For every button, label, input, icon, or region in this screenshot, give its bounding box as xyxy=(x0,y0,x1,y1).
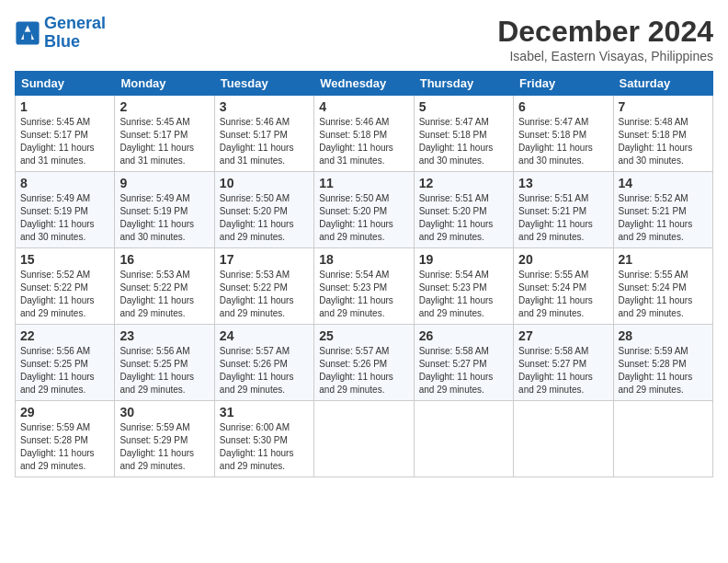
day-number: 7 xyxy=(619,99,708,114)
table-row: 10 Sunrise: 5:50 AMSunset: 5:20 PMDaylig… xyxy=(214,172,313,248)
day-info: Sunrise: 5:52 AMSunset: 5:22 PMDaylight:… xyxy=(20,270,95,318)
logo-icon xyxy=(15,20,40,46)
day-number: 4 xyxy=(319,99,408,114)
table-row: 15 Sunrise: 5:52 AMSunset: 5:22 PMDaylig… xyxy=(16,248,115,325)
day-number: 12 xyxy=(419,176,508,190)
day-number: 20 xyxy=(518,252,608,267)
day-number: 28 xyxy=(619,328,708,343)
day-info: Sunrise: 5:45 AMSunset: 5:17 PMDaylight:… xyxy=(20,117,95,166)
col-thursday: Thursday xyxy=(414,72,513,96)
day-info: Sunrise: 5:51 AMSunset: 5:21 PMDaylight:… xyxy=(518,193,593,242)
day-info: Sunrise: 5:48 AMSunset: 5:18 PMDaylight:… xyxy=(619,117,693,166)
table-row: 26 Sunrise: 5:58 AMSunset: 5:27 PMDaylig… xyxy=(414,325,513,401)
calendar-week-row: 15 Sunrise: 5:52 AMSunset: 5:22 PMDaylig… xyxy=(16,248,713,325)
day-number: 9 xyxy=(119,176,209,190)
day-info: Sunrise: 5:45 AMSunset: 5:17 PMDaylight:… xyxy=(119,117,194,166)
day-number: 18 xyxy=(319,252,408,267)
day-info: Sunrise: 5:55 AMSunset: 5:24 PMDaylight:… xyxy=(619,270,693,318)
day-info: Sunrise: 5:52 AMSunset: 5:21 PMDaylight:… xyxy=(619,193,693,242)
day-info: Sunrise: 6:00 AMSunset: 5:30 PMDaylight:… xyxy=(220,422,294,471)
calendar-week-row: 29 Sunrise: 5:59 AMSunset: 5:28 PMDaylig… xyxy=(16,401,713,477)
table-row: 23 Sunrise: 5:56 AMSunset: 5:25 PMDaylig… xyxy=(115,325,214,401)
day-number: 15 xyxy=(20,252,109,267)
month-title: December 2024 xyxy=(497,15,713,49)
col-sunday: Sunday xyxy=(16,72,115,96)
table-row: 24 Sunrise: 5:57 AMSunset: 5:26 PMDaylig… xyxy=(214,325,313,401)
logo-text: General Blue xyxy=(44,15,106,52)
day-info: Sunrise: 5:46 AMSunset: 5:18 PMDaylight:… xyxy=(319,117,393,166)
location-subtitle: Isabel, Eastern Visayas, Philippines xyxy=(497,49,713,63)
table-row: 29 Sunrise: 5:59 AMSunset: 5:28 PMDaylig… xyxy=(16,401,115,477)
day-info: Sunrise: 5:49 AMSunset: 5:19 PMDaylight:… xyxy=(20,193,95,242)
day-number: 23 xyxy=(119,328,209,343)
table-row: 20 Sunrise: 5:55 AMSunset: 5:24 PMDaylig… xyxy=(514,248,613,325)
calendar-body: 1 Sunrise: 5:45 AMSunset: 5:17 PMDayligh… xyxy=(16,96,713,477)
col-friday: Friday xyxy=(514,72,613,96)
logo-line1: General xyxy=(44,14,106,32)
table-row xyxy=(414,401,513,477)
table-row xyxy=(514,401,613,477)
day-number: 6 xyxy=(518,99,608,114)
day-number: 14 xyxy=(619,176,708,190)
day-info: Sunrise: 5:57 AMSunset: 5:26 PMDaylight:… xyxy=(319,346,393,395)
day-number: 21 xyxy=(619,252,708,267)
day-number: 30 xyxy=(119,405,209,419)
day-number: 11 xyxy=(319,176,408,190)
table-row: 25 Sunrise: 5:57 AMSunset: 5:26 PMDaylig… xyxy=(314,325,414,401)
day-info: Sunrise: 5:51 AMSunset: 5:20 PMDaylight:… xyxy=(419,193,494,242)
day-number: 25 xyxy=(319,328,408,343)
table-row: 7 Sunrise: 5:48 AMSunset: 5:18 PMDayligh… xyxy=(613,96,712,172)
table-row: 2 Sunrise: 5:45 AMSunset: 5:17 PMDayligh… xyxy=(115,96,214,172)
table-row: 17 Sunrise: 5:53 AMSunset: 5:22 PMDaylig… xyxy=(214,248,313,325)
day-number: 26 xyxy=(419,328,508,343)
col-monday: Monday xyxy=(115,72,214,96)
svg-rect-2 xyxy=(24,31,31,39)
table-row: 5 Sunrise: 5:47 AMSunset: 5:18 PMDayligh… xyxy=(414,96,513,172)
table-row: 1 Sunrise: 5:45 AMSunset: 5:17 PMDayligh… xyxy=(16,96,115,172)
day-info: Sunrise: 5:56 AMSunset: 5:25 PMDaylight:… xyxy=(20,346,95,395)
day-info: Sunrise: 5:58 AMSunset: 5:27 PMDaylight:… xyxy=(419,346,494,395)
table-row xyxy=(613,401,712,477)
day-info: Sunrise: 5:50 AMSunset: 5:20 PMDaylight:… xyxy=(220,193,294,242)
table-row: 4 Sunrise: 5:46 AMSunset: 5:18 PMDayligh… xyxy=(314,96,414,172)
day-info: Sunrise: 5:59 AMSunset: 5:28 PMDaylight:… xyxy=(619,346,693,395)
table-row: 31 Sunrise: 6:00 AMSunset: 5:30 PMDaylig… xyxy=(214,401,313,477)
table-row xyxy=(314,401,414,477)
day-info: Sunrise: 5:46 AMSunset: 5:17 PMDaylight:… xyxy=(220,117,294,166)
day-number: 2 xyxy=(119,99,209,114)
day-number: 29 xyxy=(20,405,109,419)
day-number: 16 xyxy=(119,252,209,267)
calendar-table: Sunday Monday Tuesday Wednesday Thursday… xyxy=(15,71,713,477)
day-info: Sunrise: 5:50 AMSunset: 5:20 PMDaylight:… xyxy=(319,193,393,242)
day-number: 5 xyxy=(419,99,508,114)
table-row: 14 Sunrise: 5:52 AMSunset: 5:21 PMDaylig… xyxy=(613,172,712,248)
title-block: December 2024 Isabel, Eastern Visayas, P… xyxy=(497,15,713,63)
table-row: 28 Sunrise: 5:59 AMSunset: 5:28 PMDaylig… xyxy=(613,325,712,401)
page-header: General Blue December 2024 Isabel, Easte… xyxy=(15,15,713,63)
day-info: Sunrise: 5:47 AMSunset: 5:18 PMDaylight:… xyxy=(419,117,494,166)
day-info: Sunrise: 5:56 AMSunset: 5:25 PMDaylight:… xyxy=(119,346,194,395)
table-row: 11 Sunrise: 5:50 AMSunset: 5:20 PMDaylig… xyxy=(314,172,414,248)
table-row: 3 Sunrise: 5:46 AMSunset: 5:17 PMDayligh… xyxy=(214,96,313,172)
col-wednesday: Wednesday xyxy=(314,72,414,96)
day-number: 19 xyxy=(419,252,508,267)
logo-line2: Blue xyxy=(44,32,80,51)
col-tuesday: Tuesday xyxy=(214,72,313,96)
day-info: Sunrise: 5:59 AMSunset: 5:28 PMDaylight:… xyxy=(20,422,95,471)
logo: General Blue xyxy=(15,15,106,52)
table-row: 16 Sunrise: 5:53 AMSunset: 5:22 PMDaylig… xyxy=(115,248,214,325)
table-row: 21 Sunrise: 5:55 AMSunset: 5:24 PMDaylig… xyxy=(613,248,712,325)
table-row: 18 Sunrise: 5:54 AMSunset: 5:23 PMDaylig… xyxy=(314,248,414,325)
day-info: Sunrise: 5:57 AMSunset: 5:26 PMDaylight:… xyxy=(220,346,294,395)
day-number: 27 xyxy=(518,328,608,343)
day-info: Sunrise: 5:55 AMSunset: 5:24 PMDaylight:… xyxy=(518,270,593,318)
day-number: 3 xyxy=(220,99,309,114)
day-number: 22 xyxy=(20,328,109,343)
day-number: 10 xyxy=(220,176,309,190)
table-row: 22 Sunrise: 5:56 AMSunset: 5:25 PMDaylig… xyxy=(16,325,115,401)
day-info: Sunrise: 5:47 AMSunset: 5:18 PMDaylight:… xyxy=(518,117,593,166)
col-saturday: Saturday xyxy=(613,72,712,96)
table-row: 12 Sunrise: 5:51 AMSunset: 5:20 PMDaylig… xyxy=(414,172,513,248)
calendar-week-row: 8 Sunrise: 5:49 AMSunset: 5:19 PMDayligh… xyxy=(16,172,713,248)
table-row: 19 Sunrise: 5:54 AMSunset: 5:23 PMDaylig… xyxy=(414,248,513,325)
